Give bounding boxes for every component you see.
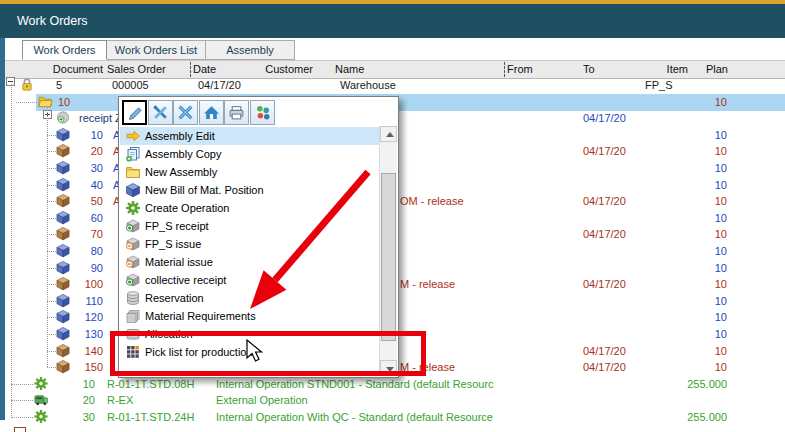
- cell-plan: 10: [667, 127, 727, 144]
- gear-green-icon: [125, 200, 141, 216]
- tree-line: [11, 417, 33, 418]
- database-icon: [125, 290, 141, 306]
- cell-plan: 10: [667, 94, 727, 111]
- gear-green-icon: [33, 409, 50, 426]
- column-header-customer[interactable]: Customer: [245, 62, 313, 77]
- column-separator: [190, 62, 191, 77]
- tree-line: [11, 84, 12, 418]
- cell-resource-code: R-EX: [107, 392, 133, 409]
- grid-row-operation-20[interactable]: 20R-EXExternal Operation: [0, 392, 785, 409]
- column-header-date[interactable]: Date: [193, 62, 216, 77]
- menu-item-label: Assembly Copy: [145, 145, 221, 163]
- tree-line: [11, 384, 33, 385]
- cell-plan: 10: [667, 243, 727, 260]
- cell-document: 90: [57, 260, 103, 277]
- menu-item-label: New Assembly: [145, 163, 217, 181]
- box-plus-icon: [125, 272, 141, 288]
- cell-plan: 10: [667, 326, 727, 343]
- menu-toolbar-pencil-button[interactable]: [122, 100, 147, 125]
- cell-description: Internal Operation STND001 - Standard (d…: [216, 376, 494, 393]
- cell-document: 80: [57, 243, 103, 260]
- window-titlebar: Work Orders: [0, 4, 785, 38]
- cell-to-date: 04/17/20: [583, 343, 626, 360]
- menu-item-label: FP_S receipt: [145, 217, 209, 235]
- folder-icon: [125, 164, 141, 180]
- cell-plan: 10: [667, 210, 727, 227]
- cell-plan: 10: [667, 177, 727, 194]
- cube-blue-icon: [125, 182, 141, 198]
- tree-line: [16, 102, 37, 103]
- cell-document: 70: [57, 226, 103, 243]
- menu-item-label: Reservation: [145, 289, 204, 307]
- scroll-up-button[interactable]: [380, 126, 397, 142]
- cell-status-fragment: M - release: [400, 276, 455, 293]
- tree-line: [11, 400, 33, 401]
- column-header-plan[interactable]: Plan: [688, 62, 728, 77]
- tab-work-orders[interactable]: Work Orders: [22, 40, 107, 60]
- work-orders-window: Work Orders Work OrdersWork Orders ListA…: [0, 0, 785, 432]
- cell-plan: 10: [667, 309, 727, 326]
- cell-description: External Operation: [216, 392, 494, 409]
- menu-item-label: Assembly Edit: [145, 127, 215, 145]
- cell-plan: 10: [667, 143, 727, 160]
- cell-date: 04/17/20: [198, 77, 241, 94]
- menu-toolbar-home-button[interactable]: [199, 100, 224, 125]
- column-header-item[interactable]: Item: [638, 62, 688, 77]
- cell-item: FP_S: [645, 77, 673, 94]
- column-header-document[interactable]: Document: [40, 62, 103, 77]
- menu-item-assembly-edit[interactable]: Assembly Edit: [120, 127, 382, 145]
- column-header-sales_order[interactable]: Sales Order: [107, 62, 166, 77]
- cell-to-date: 04/17/20: [583, 359, 626, 376]
- cell-to-date: 04/17/20: [583, 276, 626, 293]
- cell-plan: 10: [667, 343, 727, 360]
- cell-plan: 10: [667, 260, 727, 277]
- gear-green-icon: [33, 376, 50, 393]
- menu-toolbar-printer-button[interactable]: [224, 100, 249, 125]
- cell-document: 120: [57, 309, 103, 326]
- cell-document: 20: [57, 143, 103, 160]
- mouse-cursor: [246, 339, 266, 365]
- cell-document: 60: [57, 210, 103, 227]
- cell-to-date: 04/17/20: [583, 110, 626, 127]
- cell-plan: 10: [667, 293, 727, 310]
- menu-toolbar-tools-x-button[interactable]: [173, 100, 198, 125]
- menu-item-label: FP_S issue: [145, 235, 201, 253]
- cell-document: 10: [57, 127, 103, 144]
- annotation-rectangle: [110, 331, 426, 376]
- grid-row-operation-10[interactable]: 10R-01-1T.STD.08HInternal Operation STND…: [0, 376, 785, 393]
- arrow-right-icon: [125, 128, 141, 144]
- cell-plan: 255.000: [667, 376, 727, 393]
- column-separator: [504, 62, 505, 77]
- box-minus-icon: [125, 236, 141, 252]
- menu-toolbar-palette-button[interactable]: [250, 100, 275, 125]
- cell-to-date: 04/17/20: [583, 143, 626, 160]
- menu-item-label: Create Operation: [145, 199, 229, 217]
- folder-open-icon: [37, 94, 54, 111]
- layers-icon: [125, 308, 141, 324]
- tab-work-orders-list[interactable]: Work Orders List: [105, 40, 207, 60]
- tree-expander[interactable]: [14, 427, 26, 432]
- cell-resource-code: R-01-1T.STD.08H: [107, 376, 194, 393]
- box-plus-icon: [125, 218, 141, 234]
- cell-plan: 10: [667, 359, 727, 376]
- receipt-plus-icon: [55, 110, 72, 127]
- cell-document: 5: [16, 77, 62, 94]
- cell-sales-order: 000005: [112, 77, 149, 94]
- cell-document: 100: [57, 276, 103, 293]
- cell-plan: 10: [667, 226, 727, 243]
- grid-row-operation-30[interactable]: 30R-01-1T.STD.24HInternal Operation With…: [0, 409, 785, 426]
- cell-plan: 10: [667, 276, 727, 293]
- cell-document: 30: [49, 409, 95, 426]
- truck-green-icon: [33, 392, 50, 409]
- menu-toolbar-tools-button[interactable]: [148, 100, 173, 125]
- column-header-to[interactable]: To: [583, 62, 595, 77]
- cell-plan: 255.000: [667, 409, 727, 426]
- cell-description: Internal Operation With QC - Standard (d…: [216, 409, 494, 426]
- column-header-name[interactable]: Name: [335, 62, 364, 77]
- cell-document: 30: [57, 160, 103, 177]
- window-title: Work Orders: [17, 4, 88, 38]
- cell-plan: 10: [667, 193, 727, 210]
- tab-assembly[interactable]: Assembly: [205, 40, 295, 60]
- grid-row-doc-5[interactable]: 500000504/17/20WarehouseFP_S: [0, 77, 785, 94]
- column-header-from[interactable]: From: [507, 62, 533, 77]
